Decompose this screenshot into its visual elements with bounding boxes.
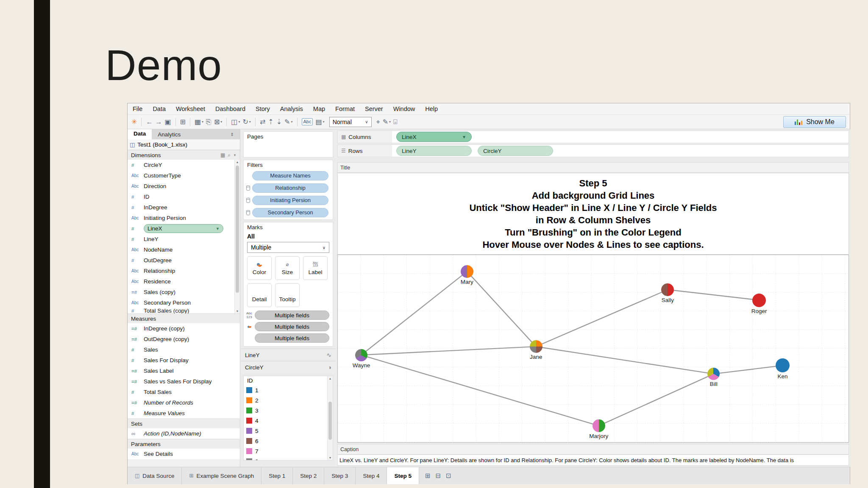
menu-analysis[interactable]: Analysis [280, 105, 303, 112]
totals-icon[interactable]: ▤▾ [315, 119, 324, 125]
shelf-pill-linex[interactable]: LineX▼ [396, 132, 472, 142]
scroll-up-icon[interactable]: ▲ [235, 161, 240, 164]
field-nodename[interactable]: AbcNodeName [128, 244, 240, 255]
new-dashboard-tab-icon[interactable]: ⊟ [436, 472, 441, 480]
filters-shelf[interactable]: Filters Measure NamesRelationshipInitiat… [243, 160, 333, 220]
rows-shelf[interactable]: ☰ Rows LineYCircleY [337, 144, 849, 157]
swap-axes-icon[interactable]: ⇄ [260, 119, 265, 125]
filter-pill-relationship[interactable]: Relationship [252, 183, 328, 193]
view-data-icon[interactable]: ▦ [220, 152, 225, 158]
mark-type-dropdown[interactable]: Multiple ∨ [247, 242, 329, 253]
sheet-tab-step-4[interactable]: Step 4 [356, 467, 387, 484]
sheet-tab-step-5[interactable]: Step 5 [387, 467, 419, 484]
new-worksheet-tab-icon[interactable]: ⊞ [425, 472, 431, 480]
tab-analytics[interactable]: Analytics ⇕ [152, 129, 240, 139]
columns-shelf[interactable]: ▦ Columns LineX▼ [337, 130, 849, 143]
sheet-tab-step-1[interactable]: Step 1 [262, 467, 293, 484]
title-bar[interactable]: Title [337, 162, 849, 173]
chevron-down-icon[interactable]: ▼ [233, 153, 236, 157]
field-initiating-persion[interactable]: AbcInitiating Persion [128, 213, 240, 223]
legend-item-3[interactable]: 3 [246, 405, 333, 416]
node-roger[interactable] [752, 294, 766, 307]
field-relationship[interactable]: AbcRelationship [128, 266, 240, 276]
field-indegree-copy-[interactable]: =#InDegree (copy) [128, 323, 240, 334]
field-direction[interactable]: AbcDirection [128, 181, 240, 191]
shelf-pill-circley[interactable]: CircleY [478, 146, 553, 156]
legend-item-6[interactable]: 6 [246, 436, 333, 446]
add-data-source-icon[interactable]: ⊞ [180, 119, 186, 125]
filter-pill-measure-names[interactable]: Measure Names [252, 171, 328, 180]
dimensions-scrollbar[interactable]: ▲ ▼ [234, 160, 240, 313]
legend-item-7[interactable]: 7 [246, 446, 333, 456]
new-story-tab-icon[interactable]: ⊡ [446, 472, 451, 480]
show-me-button[interactable]: Show Me [783, 116, 846, 128]
field-outdegree[interactable]: #OutDegree [128, 255, 240, 266]
search-icon[interactable]: ⌕ [228, 152, 231, 158]
collapse-panel-icon[interactable]: ⇕ [231, 132, 234, 137]
menu-data[interactable]: Data [153, 105, 166, 112]
caption-bar[interactable]: Caption [337, 444, 849, 455]
fit-dropdown[interactable]: Normal ∨ [329, 117, 372, 127]
legend-scrollbar[interactable]: ▲ ▼ [327, 376, 333, 460]
menu-worksheet[interactable]: Worksheet [176, 105, 205, 112]
node-wayne[interactable] [355, 349, 367, 361]
field-secondary-person[interactable]: AbcSecondary Person [128, 297, 240, 308]
sheet-tab-data-source[interactable]: ◫Data Source [128, 467, 182, 484]
scroll-up-icon[interactable]: ▲ [328, 377, 333, 380]
field-indegree[interactable]: #InDegree [128, 202, 240, 213]
abc-labels-icon[interactable]: Abc [302, 118, 313, 125]
refresh-icon[interactable]: ↻▾ [242, 119, 250, 125]
menu-file[interactable]: File [133, 105, 142, 112]
field-outdegree-copy-[interactable]: =#OutDegree (copy) [128, 334, 240, 344]
menu-dashboard[interactable]: Dashboard [215, 105, 245, 112]
marks-scope-all[interactable]: All [244, 232, 333, 241]
sheet-tab-step-3[interactable]: Step 3 [324, 467, 356, 484]
node-marjory[interactable] [593, 419, 605, 432]
presentation-mode-icon[interactable]: ⌻ [393, 119, 398, 125]
field-number-of-records[interactable]: =#Number of Records [128, 397, 240, 408]
field-residence[interactable]: AbcResidence [128, 276, 240, 287]
multiple-fields-pill[interactable]: Multiple fields [255, 333, 329, 343]
pin-icon[interactable]: ⌖ [376, 119, 380, 125]
mark-size-button[interactable]: ⌀Size [275, 256, 300, 280]
multiple-fields-pill[interactable]: Multiple fields [255, 311, 329, 320]
circley-pane-row[interactable]: CircleY ◑ [241, 361, 336, 373]
filter-pill-initiating-persion[interactable]: Initiating Persion [252, 196, 328, 205]
clear-sheet-icon[interactable]: ⊠▾ [214, 119, 222, 125]
sheet-tab-example-scene-graph[interactable]: ⊞Example Scene Graph [182, 467, 262, 484]
field-sales-vs-sales-for-display[interactable]: =#Sales vs Sales For Display [128, 376, 240, 387]
menu-help[interactable]: Help [425, 105, 438, 112]
format-pen-icon[interactable]: ✎▾ [383, 119, 391, 125]
back-icon[interactable]: ← [146, 119, 153, 125]
mark-detail-button[interactable]: Detail [247, 283, 272, 307]
field-id[interactable]: #ID [128, 191, 240, 202]
node-jane[interactable] [530, 340, 542, 353]
mark-color-button[interactable]: Color [247, 256, 272, 280]
duplicate-sheet-icon[interactable]: ⎘ [206, 119, 211, 125]
legend-item-2[interactable]: 2 [246, 395, 333, 405]
pages-shelf[interactable]: Pages [243, 131, 333, 158]
node-mary[interactable] [461, 265, 473, 278]
field-total-sales-copy-[interactable]: #Total Sales (copy) [128, 308, 240, 313]
filter-pill-secondary-person[interactable]: Secondary Person [252, 208, 328, 217]
menu-story[interactable]: Story [256, 105, 270, 112]
field-sales-copy-[interactable]: =#Sales (copy) [128, 287, 240, 297]
field-see-details[interactable]: AbcSee Details [128, 449, 240, 459]
forward-icon[interactable]: → [155, 119, 162, 125]
pause-updates-icon[interactable]: ◫▾ [231, 119, 240, 125]
field-liney[interactable]: #LineY [128, 234, 240, 244]
chart-area[interactable]: MaryWayneJaneMarjorySallyRogerBillKen [337, 255, 849, 443]
menu-window[interactable]: Window [393, 105, 415, 112]
scrollbar-thumb[interactable] [236, 166, 239, 293]
legend-item-1[interactable]: 1 [246, 385, 333, 395]
sort-ascending-icon[interactable]: ⇡ [268, 119, 273, 125]
mark-tooltip-button[interactable]: Tooltip [275, 283, 300, 307]
menu-format[interactable]: Format [335, 105, 355, 112]
highlight-icon[interactable]: ✎▾ [284, 119, 292, 125]
scrollbar-thumb[interactable] [328, 402, 332, 440]
field-sales-for-display[interactable]: #Sales For Display [128, 355, 240, 366]
legend-item-4[interactable]: 4 [246, 416, 333, 426]
field-customertype[interactable]: AbcCustomerType [128, 170, 240, 181]
new-worksheet-icon[interactable]: ▦▾ [195, 119, 203, 125]
menu-map[interactable]: Map [313, 105, 325, 112]
